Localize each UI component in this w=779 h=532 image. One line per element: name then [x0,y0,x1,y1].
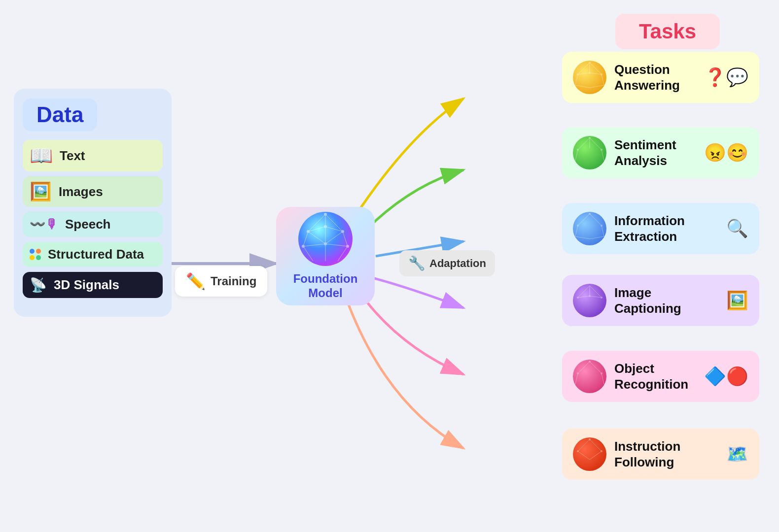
signals-icon: 📡 [30,277,47,293]
speech-label: Speech [65,217,111,232]
svg-line-62 [578,296,590,298]
svg-point-48 [577,149,579,151]
data-item-text: 📖 Text [23,140,163,171]
adaptation-label: Adaptation [429,257,486,270]
svg-line-50 [578,214,590,226]
foundation-sphere-mesh [298,212,353,266]
svg-line-21 [338,246,348,261]
svg-point-22 [324,213,327,216]
foundation-model-box: Foundation Model [276,207,375,305]
foundation-title: Foundation Model [293,272,358,300]
tasks-title: Tasks [639,20,696,43]
svg-line-14 [343,232,348,246]
task-icon-if: 🗺️ [726,444,748,465]
svg-line-74 [578,439,590,451]
svg-point-26 [302,245,305,248]
svg-line-53 [602,226,604,236]
signals-label: 3D Signals [54,277,119,293]
svg-line-12 [303,232,308,246]
svg-line-18 [325,244,348,246]
adaptation-icon: 🔧 [408,255,425,271]
svg-point-80 [601,450,602,452]
svg-line-19 [303,246,313,261]
svg-point-64 [589,295,591,297]
training-icon: ✏️ [186,272,206,291]
task-label-qa: Question Answering [614,62,696,94]
sphere-qa [573,61,606,94]
svg-line-33 [590,73,602,74]
svg-point-27 [324,242,327,245]
arrow-ic [365,276,463,308]
svg-point-57 [577,225,579,227]
svg-line-46 [602,150,604,161]
sphere-or [573,360,606,393]
svg-line-31 [590,63,602,74]
svg-point-79 [577,450,579,452]
svg-point-47 [589,137,591,139]
svg-point-39 [577,73,579,75]
svg-point-49 [601,149,602,151]
task-label-sa: Sentiment Analysis [614,137,696,169]
sphere-sa [573,136,606,169]
svg-line-63 [590,296,602,298]
adaptation-box: 🔧 Adaptation [399,250,495,276]
svg-point-23 [307,230,310,233]
svg-point-41 [601,73,602,75]
task-icon-or: 🔷🔴 [704,366,748,387]
sphere-ic [573,284,606,317]
task-icon-ie: 🔍 [726,218,748,239]
svg-line-32 [578,73,590,74]
svg-point-58 [601,225,602,227]
training-box: ✏️ Training [175,266,267,297]
svg-line-70 [602,373,604,384]
svg-line-75 [590,439,602,451]
task-icon-sa: 😠😊 [704,142,748,163]
svg-point-78 [589,438,591,440]
svg-point-66 [601,297,602,299]
svg-point-40 [589,72,591,74]
svg-line-34 [575,74,578,85]
task-card-sa: Sentiment Analysis 😠😊 [562,127,759,178]
data-panel: Data 📖 Text 🖼️ Images 〰️🎙 Speech Structu… [14,89,172,317]
text-label: Text [60,148,85,164]
data-item-structured: Structured Data [23,242,163,267]
task-icon-qa: ❓💬 [704,67,748,88]
structured-icon [30,249,41,260]
svg-point-72 [577,372,579,374]
svg-line-13 [308,232,325,244]
svg-point-38 [589,62,591,64]
svg-line-29 [578,63,590,74]
svg-point-25 [341,230,344,233]
text-icon: 📖 [30,145,53,166]
svg-line-44 [590,138,602,150]
svg-line-69 [575,373,578,384]
svg-line-77 [590,451,602,460]
svg-point-28 [346,245,349,248]
data-item-images: 🖼️ Images [23,176,163,207]
data-title: Data [23,99,97,131]
arrow-if [345,296,463,448]
svg-line-76 [578,451,590,460]
task-card-if: Instruction Following 🗺️ [562,429,759,480]
svg-line-55 [590,236,604,239]
svg-line-51 [590,214,602,226]
task-label-ic: Image Captioning [614,285,718,317]
tasks-header: Tasks [615,14,720,49]
svg-line-61 [590,286,602,298]
task-card-or: Object Recognition 🔷🔴 [562,351,759,402]
data-item-signals: 📡 3D Signals [23,272,163,298]
structured-label: Structured Data [48,247,144,262]
svg-line-36 [575,85,590,88]
task-label-ie: Information Extraction [614,213,718,245]
task-icon-ic: 🖼️ [726,290,748,311]
svg-line-59 [578,286,590,298]
svg-point-56 [589,213,591,215]
svg-line-67 [578,362,590,373]
task-card-ie: Information Extraction 🔍 [562,203,759,254]
svg-line-15 [325,232,343,244]
svg-line-17 [303,244,325,246]
svg-point-65 [577,297,579,299]
speech-icon: 〰️🎙 [30,217,58,232]
task-card-ic: Image Captioning 🖼️ [562,275,759,326]
svg-point-73 [601,372,602,374]
